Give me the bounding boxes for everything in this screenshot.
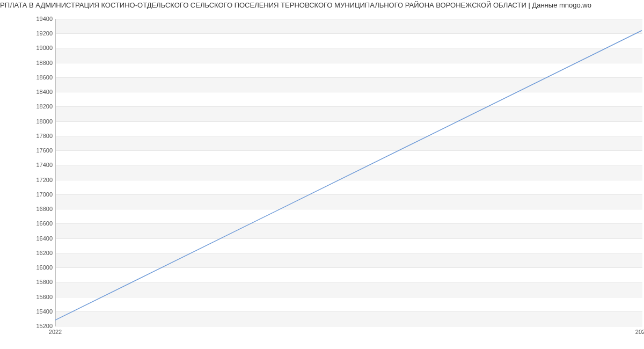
y-tick-label: 16800 xyxy=(20,206,53,212)
y-tick-label: 19400 xyxy=(20,16,53,22)
y-tick-label: 17200 xyxy=(20,177,53,183)
y-tick-label: 17400 xyxy=(20,162,53,168)
grid-line xyxy=(56,326,642,326)
y-tick-label: 18400 xyxy=(20,89,53,95)
y-tick-label: 15200 xyxy=(20,323,53,329)
y-tick-label: 19200 xyxy=(20,30,53,37)
y-tick-label: 19000 xyxy=(20,45,53,51)
y-tick-label: 18800 xyxy=(20,60,53,66)
y-tick-label: 18200 xyxy=(20,103,53,110)
y-tick-label: 17600 xyxy=(20,147,53,154)
y-tick-label: 16600 xyxy=(20,220,53,227)
y-tick-label: 16200 xyxy=(20,250,53,256)
y-tick-label: 16000 xyxy=(20,264,53,271)
y-tick-label: 15400 xyxy=(20,308,53,315)
y-tick-label: 18600 xyxy=(20,74,53,81)
y-tick-label: 16400 xyxy=(20,235,53,242)
y-tick-label: 15600 xyxy=(20,294,53,300)
chart-line-layer xyxy=(55,19,642,326)
x-tick-label: 2022 xyxy=(49,329,62,335)
chart-title: РПЛАТА В АДМИНИСТРАЦИЯ КОСТИНО-ОТДЕЛЬСКО… xyxy=(0,1,644,9)
y-tick-label: 17800 xyxy=(20,133,53,139)
data-line xyxy=(55,31,642,320)
x-tick-label: 2024 xyxy=(635,329,644,335)
y-tick-label: 15800 xyxy=(20,279,53,285)
y-tick-label: 18000 xyxy=(20,118,53,125)
y-tick-label: 17000 xyxy=(20,191,53,198)
